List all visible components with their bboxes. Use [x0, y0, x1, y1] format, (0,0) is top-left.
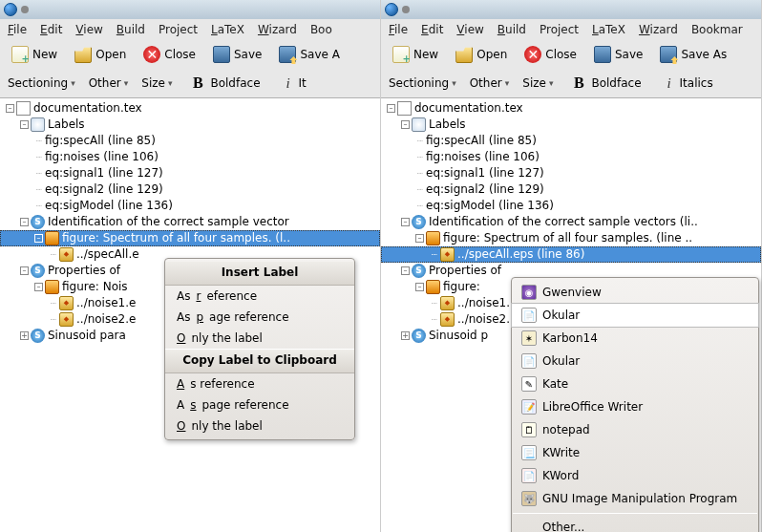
label-icon [31, 117, 45, 132]
section-icon: S [31, 264, 45, 278]
menu-edit[interactable]: Edit [421, 23, 443, 36]
menubar[interactable]: File Edit View Build Project LaTeX Wizar… [381, 19, 761, 40]
ctx-header-copy: Copy Label to Clipboard [165, 349, 354, 373]
ctx-header-insert: Insert Label [165, 262, 354, 286]
tree-item[interactable]: ┈eq:sigModel (line 136) [0, 198, 380, 214]
app-okular2[interactable]: 📄Okular [512, 350, 758, 372]
tree-item[interactable]: ┈eq:signal2 (line 129) [0, 181, 380, 198]
menu-latex[interactable]: LaTeX [211, 23, 244, 36]
toolbar-format: Sectioning▾ Other▾ Size▾ BBoldface iItal… [381, 69, 761, 98]
menu-wizard[interactable]: Wizard [639, 23, 678, 36]
ctx-copy-as-reference[interactable]: As reference [165, 373, 354, 394]
bold-icon: B [570, 74, 587, 92]
app-karbon[interactable]: ✶Karbon14 [512, 327, 758, 350]
app-okular[interactable]: 📄Okular [512, 304, 758, 327]
figure-icon [45, 231, 59, 245]
menu-file[interactable]: File [389, 23, 408, 36]
separator [513, 513, 757, 514]
label-icon [412, 117, 426, 132]
tree-item[interactable]: ┈eq:signal1 (line 127) [0, 165, 380, 181]
saveas-icon [660, 46, 677, 63]
open-button[interactable]: Open [452, 44, 511, 65]
ctx-copy-only-label[interactable]: Only the label [165, 415, 354, 436]
tree-item[interactable]: ┈fig:noises (line 106) [0, 149, 380, 165]
tree-figure[interactable]: –figure: Spectrum of all four samples. (… [381, 230, 761, 246]
figure-icon [426, 231, 440, 245]
menu-file[interactable]: File [8, 23, 27, 36]
sectioning-dropdown[interactable]: Sectioning▾ [389, 76, 456, 90]
other-dropdown[interactable]: Other▾ [470, 76, 510, 90]
app-libreoffice-writer[interactable]: 📝LibreOffice Writer [512, 395, 758, 418]
tree-labels[interactable]: –Labels [0, 117, 380, 133]
menu-bookmarks[interactable]: Bookmar [691, 23, 743, 36]
tree-item[interactable]: ┈fig:noises (line 106) [381, 149, 761, 165]
save-button[interactable]: Save [209, 44, 265, 65]
open-button[interactable]: Open [71, 44, 130, 65]
open-with-menu[interactable]: ◉Gwenview 📄Okular ✶Karbon14 📄Okular ✎Kat… [511, 277, 759, 532]
tree-labels[interactable]: –Labels [381, 117, 761, 133]
app-kwrite[interactable]: 📃KWrite [512, 441, 758, 464]
tree-figure-selected[interactable]: –figure: Spectrum of all four samples. (… [0, 230, 380, 246]
save-button[interactable]: Save [590, 44, 646, 65]
toolbar-main: New Open ✕Close Save Save As [381, 40, 761, 69]
tree-item[interactable]: ┈eq:sigModel (line 136) [381, 198, 761, 214]
tree-item[interactable]: ┈fig:specAll (line 85) [0, 133, 380, 149]
menu-view[interactable]: View [456, 23, 483, 36]
menu-view[interactable]: View [75, 23, 102, 36]
menu-project[interactable]: Project [159, 23, 198, 36]
tree-root[interactable]: –documentation.tex [381, 100, 761, 117]
boldface-button[interactable]: BBoldface [566, 73, 645, 94]
window-dot-icon [402, 6, 410, 13]
ctx-copy-as-page-reference[interactable]: As page reference [165, 394, 354, 415]
italics-button[interactable]: iIt [278, 74, 310, 94]
tree-section[interactable]: –SIdentification of the correct sample v… [0, 214, 380, 230]
app-gimp[interactable]: 🐺GNU Image Manipulation Program [512, 487, 758, 510]
section-icon: S [31, 215, 45, 229]
menu-build[interactable]: Build [497, 23, 526, 36]
close-button[interactable]: ✕Close [520, 44, 581, 65]
boldface-button[interactable]: BBoldface [185, 73, 264, 94]
app-gwenview[interactable]: ◉Gwenview [512, 281, 758, 304]
tree-root[interactable]: –documentation.tex [0, 100, 380, 117]
ctx-as-reference[interactable]: As reference [165, 286, 354, 307]
menu-project[interactable]: Project [540, 23, 579, 36]
app-other[interactable]: Other... [512, 517, 758, 532]
new-icon [11, 46, 29, 63]
notepad-icon: 🗒 [521, 422, 537, 437]
app-kate[interactable]: ✎Kate [512, 372, 758, 395]
italics-button[interactable]: iItalics [659, 74, 717, 94]
save-icon [213, 46, 230, 63]
new-button[interactable]: New [389, 44, 442, 65]
eps-icon [440, 247, 455, 262]
ctx-only-label[interactable]: Only the label [165, 328, 354, 349]
size-dropdown[interactable]: Size▾ [522, 76, 553, 90]
menubar[interactable]: File Edit View Build Project LaTeX Wizar… [0, 19, 380, 40]
tree-item[interactable]: ┈fig:specAll (line 85) [381, 133, 761, 149]
tree-item[interactable]: ┈eq:signal2 (line 129) [381, 181, 761, 198]
app-notepad[interactable]: 🗒notepad [512, 418, 758, 441]
menu-edit[interactable]: Edit [40, 23, 62, 36]
sectioning-dropdown[interactable]: Sectioning▾ [8, 76, 75, 90]
close-icon: ✕ [524, 46, 541, 63]
menu-latex[interactable]: LaTeX [592, 23, 625, 36]
saveas-button[interactable]: Save As [656, 44, 730, 65]
tree-item[interactable]: ┈eq:signal1 (line 127) [381, 165, 761, 181]
new-button[interactable]: New [8, 44, 61, 65]
ctx-as-page-reference[interactable]: As page reference [165, 307, 354, 328]
tree-eps-selected[interactable]: ┈../specAll.eps (line 86) [381, 246, 761, 263]
size-dropdown[interactable]: Size▾ [141, 76, 172, 90]
menu-bookmarks[interactable]: Boo [310, 23, 332, 36]
open-icon [455, 46, 473, 63]
label-context-menu[interactable]: Insert Label As reference As page refere… [164, 258, 355, 440]
eps-icon [59, 296, 74, 310]
tree-section[interactable]: –SIdentification of the correct sample v… [381, 214, 761, 230]
saveas-button[interactable]: Save A [275, 44, 343, 65]
menu-build[interactable]: Build [116, 23, 145, 36]
close-button[interactable]: ✕Close [139, 44, 200, 65]
saveas-icon [279, 46, 296, 63]
titlebar [0, 0, 380, 19]
file-icon [16, 101, 31, 116]
other-dropdown[interactable]: Other▾ [89, 76, 129, 90]
app-kword[interactable]: 📄KWord [512, 464, 758, 487]
menu-wizard[interactable]: Wizard [258, 23, 297, 36]
